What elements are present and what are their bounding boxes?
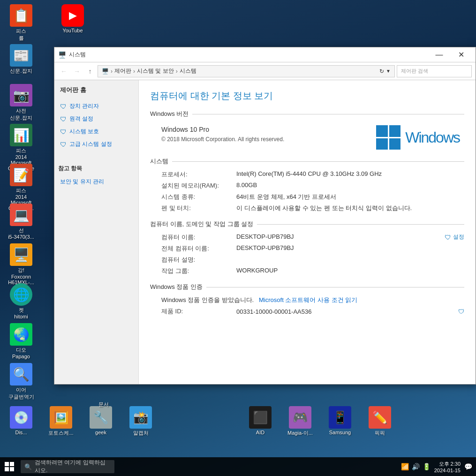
taskbar-items [114, 457, 401, 476]
section-title-system: 시스템 [150, 157, 168, 166]
product-id-row: 제품 ID: 00331-10000-00001-AA536 🛡 [150, 307, 464, 316]
computer-name-label: 컴퓨터 이름: [161, 233, 236, 242]
volume-icon[interactable]: 🔊 [412, 463, 420, 470]
computer-desc-value [236, 256, 464, 264]
desktop-icon-photo[interactable]: 📷 사전신문.잡지 [2, 82, 40, 123]
windows-edition: Windows 10 Pro [161, 126, 376, 133]
path-part-2: 시스템 및 보안 [137, 67, 174, 75]
computer-desc-label: 컴퓨터 설명: [161, 256, 236, 264]
window-controls: — ✕ [429, 48, 472, 61]
activation-link[interactable]: Microsoft 소프트웨어 사용 조건 읽기 [259, 296, 357, 303]
section-divider-1 [192, 114, 464, 114]
taskbar-time[interactable]: 오후 2:30 2024-01-15 [434, 461, 461, 473]
desktop-icon-magia[interactable]: 🎮 Magia-이... [281, 404, 319, 438]
window-body: 제어판 홈 🛡 장치 관리자 🛡 원격 설정 🛡 시스템 보호 🛡 고급 시스템… [54, 80, 476, 384]
window-title: 시스템 [69, 51, 429, 59]
svg-rect-3 [10, 467, 14, 471]
windows-logo-area: Windows [376, 125, 460, 150]
desktop-icon-papago[interactable]: 🌏 디오Papago [2, 321, 40, 361]
battery-icon[interactable]: 🔋 [423, 463, 431, 470]
section-title-activation: Windows 정품 인증 [150, 283, 203, 291]
desktop-icon-cpu[interactable]: 💻 선i5-3470(3... [2, 202, 40, 242]
spacer2 [202, 404, 239, 438]
pen-touch-row: 펜 및 터치: 이 디스플레이에 사용할 수 있는 펜 또는 터치식 입력이 없… [150, 204, 464, 212]
activation-shield-icon: 🛡 [458, 308, 464, 315]
desktop-icon-news1[interactable]: 📰 신문.잡지 [2, 42, 40, 76]
full-computer-name-label: 전체 컴퓨터 이름: [161, 244, 236, 253]
win-tile-3 [376, 138, 388, 150]
ram-value: 8.00GB [236, 181, 464, 190]
desktop-icon-aid[interactable]: ⬛ AID [242, 404, 279, 438]
svg-rect-0 [5, 462, 9, 466]
pen-touch-value: 이 디스플레이에 사용할 수 있는 펜 또는 터치식 입력이 없습니다. [236, 204, 464, 212]
desktop-icon-youtube[interactable]: ▶ YouTube [54, 2, 91, 35]
desktop-icon-foxconn[interactable]: 🖥️ 강!FoxconnH61MXL-... [2, 242, 40, 287]
computer-name-value: DESKTOP-UPB79BJ [236, 233, 464, 242]
system-type-row: 시스템 종류: 64비트 운영 체제, x64 기반 프로세서 [150, 193, 464, 201]
desktop-icon-office1[interactable]: 📋 피스를 [2, 2, 40, 44]
path-part-3: 시스템 [180, 67, 196, 75]
section-header-windows-version: Windows 버전 [150, 110, 464, 118]
notification-icon[interactable]: 💬 [464, 463, 472, 470]
dropdown-icon[interactable]: ▼ [386, 68, 391, 74]
settings-link[interactable]: 🛡 설정 [445, 233, 464, 241]
minimize-button[interactable]: — [429, 48, 450, 61]
desktop-icon-samsung[interactable]: 📱 Samsung [321, 404, 359, 438]
sidebar-link-advanced[interactable]: 🛡 고급 시스템 설정 [58, 138, 135, 151]
nav-forward-button[interactable]: → [71, 66, 83, 77]
desktop-icon-photoscapekey[interactable]: 🖼️ 포토스케... [42, 404, 80, 438]
windows-logo-grid [376, 125, 400, 150]
taskbar-search-placeholder: 검색하려면 여기에 입력하십시오. [35, 459, 111, 475]
windows-copyright: © 2018 Microsoft Corporation. All rights… [161, 136, 376, 143]
nav-up-button[interactable]: ↑ [84, 66, 96, 77]
desktop-icon-youtube-label: YouTube [62, 28, 83, 33]
refresh-icon[interactable]: ↻ [379, 68, 384, 75]
sidebar-link-remote[interactable]: 🛡 원격 설정 [58, 113, 135, 125]
system-window: 🖥️ 시스템 — ✕ ← → ↑ 🖥️ › 제어판 › 시스템 및 보안 › 시… [54, 47, 476, 385]
start-button[interactable] [0, 457, 19, 476]
page-title: 컴퓨터에 대한 기본 정보 보기 [150, 90, 464, 102]
section-title-windows-version: Windows 버전 [150, 110, 189, 118]
ram-row: 설치된 메모리(RAM): 8.00GB [150, 181, 464, 190]
section-header-system: 시스템 [150, 157, 464, 166]
search-placeholder: 제어판 검색 [401, 68, 428, 75]
taskbar: 🔍 검색하려면 여기에 입력하십시오. 📶 🔊 🔋 오후 2:30 2024-0… [0, 457, 476, 476]
workgroup-label: 작업 그룹: [161, 267, 236, 275]
product-id-label: 제품 ID: [161, 307, 236, 316]
path-icon: 🖥️ [102, 68, 109, 75]
sidebar-link-security[interactable]: 보안 및 유지 관리 [58, 175, 135, 188]
section-divider-3 [257, 224, 464, 225]
desktop-icon-hitomi[interactable]: 🌐 켓hitomi [2, 281, 40, 321]
win-tile-2 [389, 125, 401, 137]
desktop-icon-pickpick[interactable]: ✏️ 픽픽 [361, 404, 399, 438]
sidebar-link-device-manager[interactable]: 🛡 장치 관리자 [58, 100, 135, 113]
sidebar-ref-section: 참고 항목 [58, 165, 135, 173]
sidebar-link-protection[interactable]: 🛡 시스템 보호 [58, 125, 135, 138]
processor-label: 프로세서: [161, 170, 236, 179]
address-path[interactable]: 🖥️ › 제어판 › 시스템 및 보안 › 시스템 ↻ ▼ [98, 65, 395, 77]
path-part-1: 제어판 [114, 67, 131, 75]
desktop-icon-geek[interactable]: 🔧 geek [82, 404, 120, 438]
network-icon[interactable]: 📶 [401, 463, 409, 470]
desktop-icon-dis[interactable]: 💿 Dis... [2, 404, 40, 438]
win-tile-1 [376, 125, 388, 137]
section-divider-2 [172, 161, 464, 162]
desktop-icon-googletranslate[interactable]: 🔍 이어구글번역기 [2, 361, 40, 402]
product-id-value: 00331-10000-00001-AA536 [236, 308, 311, 315]
desktop-icon-alcapture[interactable]: 📸 알캡처 [122, 404, 159, 438]
close-button[interactable]: ✕ [451, 48, 472, 61]
taskbar-icons: 📶 🔊 🔋 [401, 463, 431, 470]
windows-wordmark: Windows [405, 129, 460, 146]
svg-rect-2 [5, 467, 9, 471]
search-input[interactable]: 제어판 검색 [397, 65, 472, 77]
workgroup-value: WORKGROUP [236, 267, 464, 275]
bottom-desktop-icons: 💿 Dis... 🖼️ 포토스케... 🔧 geek 📸 알캡처 ⬛ AID 🎮… [0, 404, 401, 438]
taskbar-search[interactable]: 🔍 검색하려면 여기에 입력하십시오. [21, 460, 114, 473]
nav-back-button[interactable]: ← [58, 66, 69, 77]
pen-touch-label: 펜 및 터치: [161, 204, 236, 212]
section-divider-4 [206, 287, 464, 287]
full-computer-name-row: 전체 컴퓨터 이름: DESKTOP-UPB79BJ [150, 244, 464, 253]
section-header-computer-name: 컴퓨터 이름, 도메인 및 작업 그룹 설정 [150, 220, 464, 228]
shield-icon-3: 🛡 [60, 128, 67, 136]
win-tile-4 [389, 138, 401, 150]
